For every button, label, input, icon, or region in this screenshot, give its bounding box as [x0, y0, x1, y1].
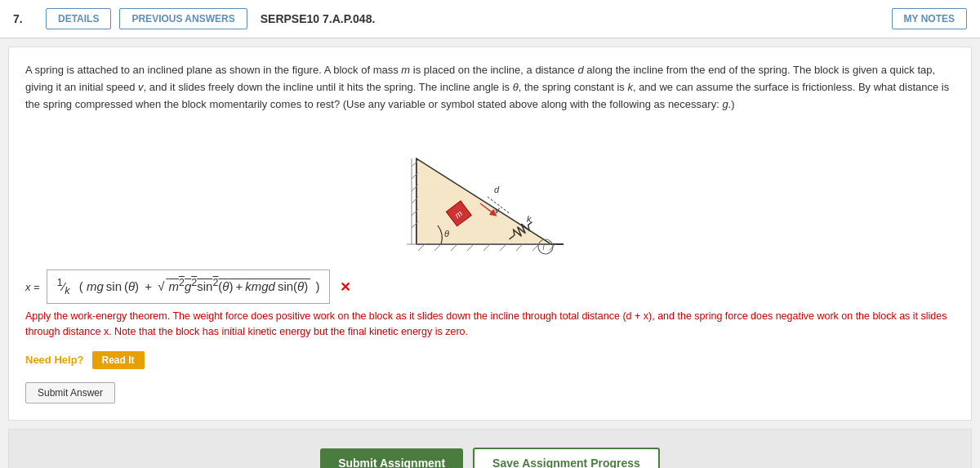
- problem-id: SERPSE10 7.A.P.048.: [261, 12, 376, 25]
- answer-label: x =: [25, 281, 40, 293]
- physics-diagram: m v d: [400, 126, 580, 256]
- save-progress-button[interactable]: Save Assignment Progress: [473, 448, 660, 468]
- svg-text:k: k: [527, 214, 532, 224]
- header-bar: 7. DETAILS PREVIOUS ANSWERS SERPSE10 7.A…: [0, 0, 980, 38]
- need-help-row: Need Help? Read It: [25, 351, 955, 369]
- svg-text:θ: θ: [444, 229, 449, 238]
- error-mark: ✕: [340, 279, 350, 295]
- formula-text: 1⁄k ( mg sin (θ) + √ m2g2sin2(θ) + kmgd …: [57, 279, 320, 293]
- svg-line-17: [516, 244, 523, 251]
- read-it-button[interactable]: Read It: [92, 351, 145, 369]
- answer-row: x = 1⁄k ( mg sin (θ) + √ m2g2sin2(θ) + k…: [25, 270, 955, 304]
- bottom-action-bar: Submit Assignment Save Assignment Progre…: [8, 429, 972, 468]
- feedback-text: Apply the work-energy theorem. The weigh…: [25, 309, 955, 340]
- details-button[interactable]: DETAILS: [46, 8, 111, 29]
- problem-text: A spring is attached to an inclined plan…: [25, 62, 955, 113]
- incline-figure: m v d: [400, 126, 580, 256]
- previous-answers-button[interactable]: PREVIOUS ANSWERS: [119, 8, 247, 29]
- submit-answer-button[interactable]: Submit Answer: [25, 382, 115, 403]
- svg-line-16: [500, 244, 506, 251]
- svg-line-14: [467, 244, 474, 251]
- main-content: A spring is attached to an inclined plan…: [8, 47, 972, 421]
- page-wrapper: 7. DETAILS PREVIOUS ANSWERS SERPSE10 7.A…: [0, 0, 980, 468]
- svg-line-15: [483, 244, 490, 251]
- need-help-label: Need Help?: [25, 354, 84, 366]
- figure-area: m v d: [25, 126, 955, 256]
- my-notes-button[interactable]: MY NOTES: [892, 8, 967, 29]
- svg-line-12: [434, 244, 441, 251]
- answer-input-display[interactable]: 1⁄k ( mg sin (θ) + √ m2g2sin2(θ) + kmgd …: [47, 270, 331, 304]
- svg-text:d: d: [494, 185, 500, 194]
- svg-marker-2: [416, 158, 551, 244]
- svg-line-11: [418, 244, 425, 251]
- question-number: 7.: [13, 12, 29, 25]
- submit-assignment-button[interactable]: Submit Assignment: [320, 448, 463, 468]
- svg-line-13: [451, 244, 457, 251]
